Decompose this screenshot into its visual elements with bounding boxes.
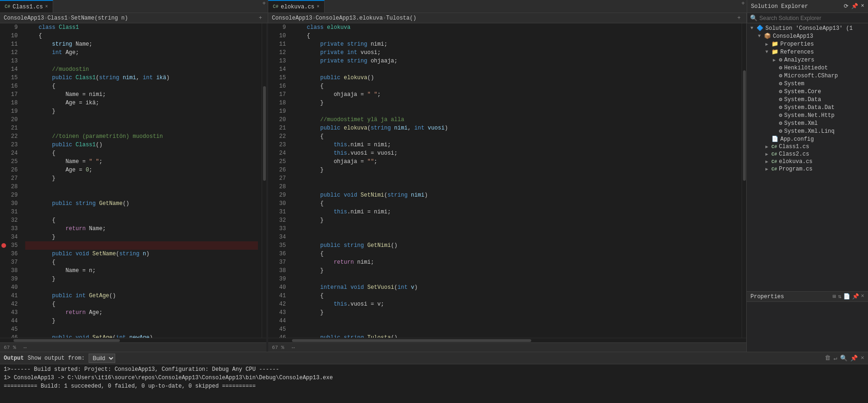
props-pin-icon[interactable]: 📌	[852, 293, 859, 300]
output-content: 1>------ Build started: Project: Console…	[0, 364, 868, 403]
se-tree-item[interactable]: ⚙System.Xml	[747, 119, 868, 127]
left-bc-add[interactable]: +	[257, 15, 264, 21]
left-editor-pane: 9101112131415161718192021222324252627282…	[0, 23, 268, 352]
tab-class1cs[interactable]: C# Class1.cs ×	[0, 0, 53, 13]
right-bc-file[interactable]: ConsoleApp13.elokuva	[316, 15, 383, 21]
se-tree-item[interactable]: ▼📦ConsoleApp13	[747, 32, 868, 40]
left-code-content[interactable]: class Class1 { string Name; int Age; //m…	[21, 23, 262, 338]
se-tree-item[interactable]: ⚙System.Net.Http	[747, 111, 868, 119]
se-search-input[interactable]	[759, 15, 865, 21]
tab-close-icon[interactable]: ×	[45, 4, 48, 9]
se-tree-item[interactable]: ▼📁References	[747, 48, 868, 56]
right-glyph-margin	[268, 23, 276, 338]
add-tab-button[interactable]: +	[260, 0, 268, 13]
se-tree[interactable]: ▼🔷Solution 'ConsoleApp13' (1▼📦ConsoleApp…	[747, 23, 868, 291]
right-editor-pane: 9101112131415161718192021222324252627282…	[268, 23, 747, 352]
output-source-label: Show output from:	[28, 355, 84, 362]
right-bc-add[interactable]: +	[736, 15, 743, 21]
right-hscrollbar[interactable]	[268, 338, 746, 342]
output-close-icon[interactable]: ×	[861, 355, 864, 362]
se-close-header-icon[interactable]: ×	[861, 3, 864, 10]
se-tree-item[interactable]: ▶C#Program.cs	[747, 165, 868, 173]
output-clear-icon[interactable]: 🗑	[825, 355, 831, 362]
right-col-info: ↔	[292, 345, 295, 350]
left-code-area: 9101112131415161718192021222324252627282…	[0, 23, 266, 338]
output-pin-icon[interactable]: 📌	[850, 355, 858, 362]
cs-icon: C#	[5, 4, 10, 9]
right-scrollbar[interactable]	[742, 23, 746, 338]
se-tree-item[interactable]: ⚙System	[747, 80, 868, 88]
solution-explorer-header: Solution Explorer ⟳ 📌 ×	[747, 0, 868, 13]
se-tree-item[interactable]: ▶C#Class2.cs	[747, 150, 868, 158]
add-tab-right-button[interactable]: +	[739, 0, 747, 13]
output-line: 1> ConsoleApp13 -> C:\Users\it16\source\…	[4, 374, 864, 382]
props-sort-alpha-icon[interactable]: ⇅	[838, 293, 841, 300]
se-tree-item[interactable]: ▶C#elokuva.cs	[747, 158, 868, 165]
se-tree-item[interactable]: ⚙System.Data.Dat	[747, 103, 868, 111]
left-bc-file[interactable]: Class1	[48, 15, 68, 21]
se-tree-item[interactable]: ▼🔷Solution 'ConsoleApp13' (1	[747, 24, 868, 32]
left-glyph-margin	[0, 23, 7, 338]
props-sort-cat-icon[interactable]: ⊞	[833, 293, 836, 300]
output-source-select[interactable]: Build	[89, 354, 115, 363]
left-hscrollbar[interactable]	[0, 338, 266, 342]
output-find-icon[interactable]: 🔍	[840, 355, 847, 362]
se-tree-item[interactable]: ▶⚙Analyzers	[747, 56, 868, 64]
right-code-content[interactable]: class elokuva { private string nimi; pri…	[290, 23, 742, 338]
se-tree-item[interactable]: ⚙System.Core	[747, 88, 868, 96]
properties-panel: Properties ⊞ ⇅ 📄 📌 ×	[747, 291, 868, 352]
output-wrap-icon[interactable]: ↵	[833, 355, 837, 362]
se-tree-item[interactable]: ⚙System.Data	[747, 96, 868, 103]
props-close-icon[interactable]: ×	[861, 293, 864, 300]
properties-content	[747, 302, 868, 352]
right-breadcrumb: ConsoleApp13 › ConsoleApp13.elokuva › Tu…	[268, 13, 747, 23]
output-line: ========== Build: 1 succeeded, 0 failed,…	[4, 382, 864, 390]
left-bc-project[interactable]: ConsoleApp13	[4, 15, 44, 21]
se-tree-item[interactable]: ⚙Microsoft.CSharp	[747, 72, 868, 80]
solution-explorer-title: Solution Explorer	[751, 3, 808, 10]
right-code-area: 9101112131415161718192021222324252627282…	[268, 23, 746, 338]
output-line: 1>------ Build started: Project: Console…	[4, 365, 864, 374]
se-sync-icon[interactable]: ⟳	[844, 3, 848, 10]
output-header: Output Show output from: Build 🗑 ↵ 🔍 📌 ×	[0, 352, 868, 364]
solution-explorer-panel: ▼🔷Solution 'ConsoleApp13' (1▼📦ConsoleApp…	[747, 23, 868, 352]
right-zoom-level[interactable]: 67 %	[272, 345, 284, 350]
right-line-numbers: 9101112131415161718192021222324252627282…	[276, 23, 290, 338]
se-search-container: 🔍	[747, 13, 868, 23]
left-bc-method[interactable]: SetName(string n)	[71, 15, 128, 21]
left-breadcrumb: ConsoleApp13 › Class1 › SetName(string n…	[0, 13, 268, 23]
left-col-info: ↔	[23, 345, 27, 350]
tab-right-label: elokuva.cs	[281, 4, 314, 10]
right-bc-project[interactable]: ConsoleApp13	[272, 15, 312, 21]
properties-header: Properties ⊞ ⇅ 📄 📌 ×	[747, 292, 868, 302]
search-icon: 🔍	[750, 14, 757, 22]
left-zoom-level[interactable]: 67 %	[4, 345, 16, 350]
props-pages-icon[interactable]: 📄	[843, 293, 850, 300]
se-tree-item[interactable]: 📄App.config	[747, 135, 868, 143]
se-tree-item[interactable]: ▶📁Properties	[747, 40, 868, 48]
properties-title: Properties	[750, 294, 784, 300]
cs-icon-right: C#	[273, 4, 278, 9]
tab-right-close-icon[interactable]: ×	[317, 4, 319, 9]
left-scrollbar[interactable]	[262, 23, 266, 338]
tab-label: Class1.cs	[13, 4, 43, 10]
se-tree-item[interactable]: ⚙System.Xml.Linq	[747, 127, 868, 135]
right-zoom-bar: 67 % ↔	[268, 342, 746, 352]
left-zoom-bar: 67 % ↔	[0, 342, 266, 352]
output-panel: Output Show output from: Build 🗑 ↵ 🔍 📌 ×…	[0, 352, 868, 403]
tab-elokuvacs[interactable]: C# elokuva.cs ×	[268, 0, 325, 13]
se-pin-icon[interactable]: 📌	[851, 3, 858, 10]
se-tree-item[interactable]: ▶C#Class1.cs	[747, 143, 868, 150]
se-tree-item[interactable]: ⚙Henkilötiedot	[747, 64, 868, 72]
right-bc-method[interactable]: Tulosta()	[386, 15, 417, 21]
output-title: Output	[4, 355, 24, 362]
left-line-numbers: 9101112131415161718192021222324252627282…	[7, 23, 21, 338]
